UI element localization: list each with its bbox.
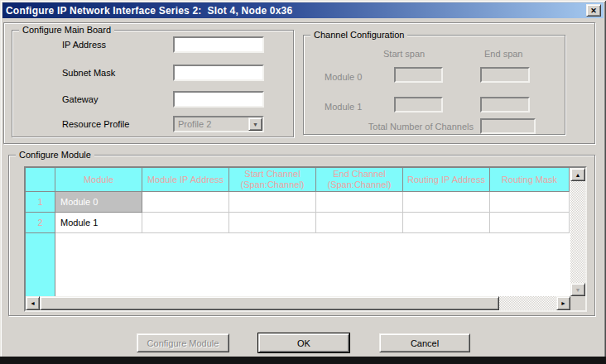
chevron-down-icon: ▼ [248, 117, 262, 131]
module0-end-span-input [480, 67, 530, 83]
module1-start-span-input [394, 97, 443, 113]
row1-module-cell[interactable]: Module 0 [55, 192, 142, 213]
row1-routing-ip-cell[interactable] [403, 192, 490, 213]
column-header-label: Start Channel [244, 169, 300, 180]
total-channels-input [480, 118, 536, 134]
column-header-sublabel: (Span:Channel) [327, 180, 391, 190]
subnet-mask-input[interactable] [173, 65, 264, 81]
scroll-up-button[interactable]: ▲ [570, 168, 585, 181]
column-header-module[interactable]: Module [55, 168, 142, 192]
channel-module0-label: Module 0 [325, 72, 362, 82]
scroll-left-button[interactable]: ◄ [26, 296, 40, 310]
scroll-down-icon: ▼ [575, 287, 581, 293]
row2-start-channel-cell[interactable] [229, 213, 316, 233]
total-channels-label: Total Number of Channels [349, 122, 474, 132]
row2-number-cell[interactable]: 2 [26, 213, 55, 233]
resource-profile-label: Resource Profile [62, 119, 129, 129]
scroll-left-icon: ◄ [30, 300, 36, 306]
row2-routing-ip-cell[interactable] [403, 213, 490, 233]
close-icon: ✕ [590, 7, 597, 15]
column-header-end-channel[interactable]: End Channel (Span:Channel) [316, 168, 403, 192]
subnet-mask-label: Subnet Mask [62, 68, 115, 78]
channel-module1-label: Module 1 [325, 102, 362, 112]
column-header-module-ip[interactable]: Module IP Address [142, 168, 229, 192]
column-header-routing-ip[interactable]: Routing IP Address [403, 168, 490, 192]
start-span-header: Start span [383, 49, 425, 59]
group-configure-module: Configure Module Module Module IP Addres… [8, 155, 595, 316]
grid-header-row: Module Module IP Address Start Channel (… [26, 168, 570, 192]
module0-start-span-input [394, 67, 443, 83]
module-table-viewport: Module Module IP Address Start Channel (… [26, 168, 585, 310]
main-board-group-label: Configure Main Board [19, 25, 114, 36]
column-header-sublabel: (Span:Channel) [240, 180, 304, 190]
group-main-board: Configure Main Board IP Address Subnet M… [12, 30, 294, 137]
row1-routing-mask-cell[interactable] [490, 192, 570, 213]
row2-routing-mask-cell[interactable] [490, 213, 570, 233]
group-channel-configuration: Channel Configuration Start span End spa… [303, 35, 565, 135]
ok-button[interactable]: OK [258, 333, 349, 352]
module-table: Module Module IP Address Start Channel (… [24, 166, 587, 312]
gateway-input[interactable] [173, 91, 264, 108]
horizontal-scrollbar-thumb[interactable] [40, 296, 499, 310]
close-button[interactable]: ✕ [586, 4, 601, 17]
scroll-down-button[interactable]: ▼ [570, 283, 585, 296]
grid-corner-cell[interactable] [26, 168, 55, 192]
ip-address-input[interactable] [173, 36, 264, 53]
table-row: 2 Module 1 [26, 213, 570, 233]
row1-end-channel-cell[interactable] [316, 192, 403, 213]
row2-module-ip-cell[interactable] [142, 213, 229, 233]
dialog-window: Configure IP Network Interface Series 2:… [0, 0, 606, 364]
end-span-header: End span [484, 49, 522, 59]
channel-config-group-label: Channel Configuration [310, 30, 407, 41]
scroll-right-button[interactable]: ► [556, 296, 570, 310]
row2-module-cell[interactable]: Module 1 [55, 213, 142, 233]
window-title: Configure IP Network Interface Series 2:… [2, 5, 292, 17]
column-header-label: Module IP Address [147, 175, 224, 185]
column-header-label: Routing Mask [502, 175, 557, 185]
scroll-right-icon: ► [560, 300, 566, 306]
column-header-label: Routing IP Address [407, 175, 485, 185]
ip-address-label: IP Address [62, 40, 106, 50]
configure-module-group-label: Configure Module [16, 150, 94, 160]
module1-end-span-input [480, 97, 530, 113]
configure-module-button: Configure Module [137, 333, 229, 352]
row1-module-ip-cell[interactable] [142, 192, 229, 213]
column-header-label: End Channel [333, 169, 386, 180]
gateway-label: Gateway [62, 94, 98, 104]
row1-number-cell[interactable]: 1 [26, 192, 55, 213]
resource-profile-value: Profile 2 [175, 119, 248, 129]
row2-end-channel-cell[interactable] [316, 213, 403, 233]
column-header-label: Module [84, 175, 113, 185]
module-grid: Module Module IP Address Start Channel (… [26, 168, 570, 296]
row1-start-channel-cell[interactable] [229, 192, 316, 213]
horizontal-scrollbar[interactable]: ◄ ► [26, 296, 570, 310]
scrollbar-corner [570, 296, 585, 310]
column-header-start-channel[interactable]: Start Channel (Span:Channel) [229, 168, 316, 192]
scroll-up-icon: ▲ [575, 172, 581, 178]
row-number-column-filler [26, 233, 55, 296]
bottom-strip [0, 357, 606, 364]
table-row: 1 Module 0 [26, 192, 570, 213]
cancel-button[interactable]: Cancel [379, 333, 470, 352]
vertical-scrollbar[interactable]: ▲ ▼ [570, 168, 585, 296]
resource-profile-combo: Profile 2 ▼ [173, 116, 264, 132]
title-bar: Configure IP Network Interface Series 2:… [2, 2, 604, 18]
top-panel: Configure Main Board IP Address Subnet M… [3, 22, 595, 144]
column-header-routing-mask[interactable]: Routing Mask [490, 168, 570, 192]
